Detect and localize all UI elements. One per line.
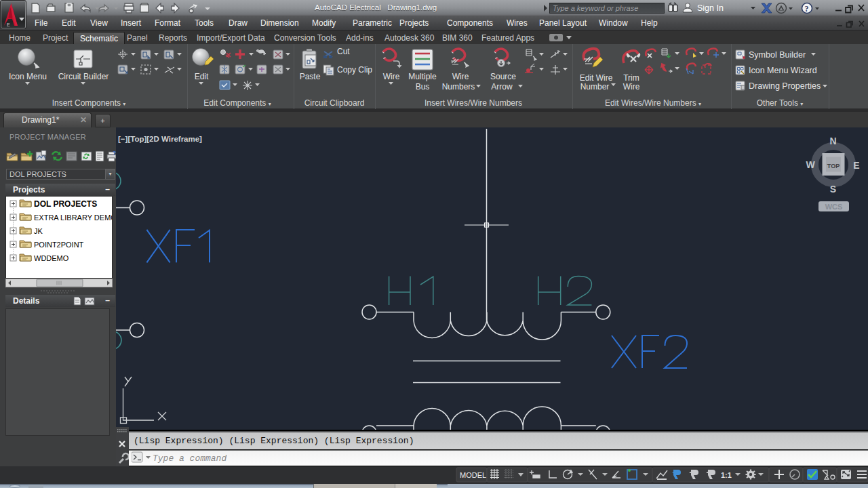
svg-text:Icon Menu: Icon Menu (9, 72, 47, 81)
svg-text:Wire: Wire (383, 72, 400, 81)
svg-text:Numbers: Numbers (442, 82, 475, 92)
svg-text:[−][Top][2D Wireframe]: [−][Top][2D Wireframe] (118, 135, 202, 143)
svg-text:WDDEMO: WDDEMO (34, 254, 69, 262)
svg-text:POINT2POINT: POINT2POINT (34, 241, 84, 249)
svg-text:JK: JK (34, 227, 43, 235)
svg-text:MODEL: MODEL (460, 471, 486, 479)
svg-text:Circuit Builder: Circuit Builder (58, 72, 109, 81)
svg-text:E: E (7, 22, 10, 27)
svg-text:Wire: Wire (623, 82, 640, 92)
svg-text:TOP: TOP (827, 163, 840, 169)
svg-text:WCS: WCS (825, 203, 843, 211)
svg-text:Drawing Properties: Drawing Properties (749, 81, 821, 91)
svg-text:E: E (853, 160, 859, 171)
svg-text:Sign In: Sign In (697, 3, 724, 13)
svg-text:Copy Clip: Copy Clip (337, 65, 372, 75)
svg-text:1:1: 1:1 (721, 471, 732, 479)
svg-text:Cut: Cut (337, 47, 350, 56)
svg-text:EXTRA LIBRARY DEMO: EXTRA LIBRARY DEMO (34, 214, 112, 222)
svg-text:Icon Menu Wizard: Icon Menu Wizard (749, 66, 817, 75)
svg-text:?: ? (805, 4, 809, 14)
svg-text:Arrow: Arrow (491, 82, 513, 92)
svg-text:N: N (829, 136, 836, 146)
svg-text:Trim: Trim (623, 73, 639, 83)
svg-text:S: S (830, 184, 836, 195)
svg-text:Multiple: Multiple (408, 72, 437, 81)
svg-text:W: W (806, 159, 815, 170)
svg-text:DOL PROJECTS: DOL PROJECTS (34, 199, 97, 209)
svg-text:Source: Source (490, 72, 516, 81)
svg-text:Number: Number (580, 82, 610, 92)
svg-text:?: ? (113, 150, 116, 157)
svg-text:Edit Wire: Edit Wire (580, 73, 613, 83)
svg-text:Edit: Edit (195, 72, 209, 81)
svg-text:Paste: Paste (300, 72, 321, 81)
svg-text:Symbol Builder: Symbol Builder (749, 50, 806, 60)
svg-text:Wire: Wire (452, 72, 469, 81)
svg-text:Bus: Bus (416, 82, 430, 92)
